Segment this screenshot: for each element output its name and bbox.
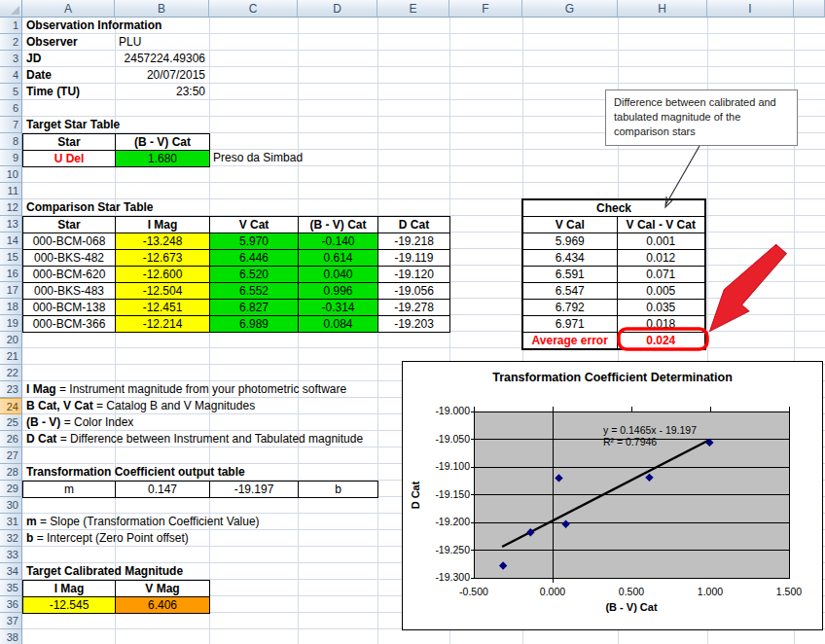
jd-label[interactable]: JD [26,51,41,67]
row-header-23[interactable]: 23 [0,381,22,398]
row-header-17[interactable]: 17 [0,282,22,299]
target-star-bv[interactable]: 1.680 [116,151,210,167]
date-label[interactable]: Date [26,67,52,84]
time-label[interactable]: Time (TU) [26,84,80,100]
date-value[interactable]: 20/07/2015 [115,67,205,84]
cell[interactable]: 0.084 [299,316,378,333]
cell[interactable]: 0.005 [617,283,705,300]
row-header-12[interactable]: 12 [0,199,22,216]
row-header-16[interactable]: 16 [0,266,22,282]
column-header-d[interactable]: D [298,0,377,18]
cell[interactable]: 0.001 [617,233,705,250]
cell[interactable]: 6.434 [522,250,617,267]
cell[interactable]: V Mag [116,581,210,597]
average-error-label[interactable]: Average error [522,333,617,350]
cell[interactable]: -0.140 [299,233,378,250]
row-header-13[interactable]: 13 [0,216,22,233]
cell[interactable]: 6.446 [210,250,299,267]
column-header-i[interactable]: I [707,0,794,18]
cell[interactable]: D Cat [378,217,450,233]
cell[interactable]: 0.040 [299,267,378,283]
m-value[interactable]: 0.147 [116,482,210,498]
check-title[interactable]: Check [522,199,705,217]
target-mag-section-title[interactable]: Target Calibrated Magnitude [26,563,183,580]
row-header-37[interactable]: 37 [0,613,22,629]
column-header-h[interactable]: H [618,0,707,18]
cell[interactable]: -12.214 [116,316,210,333]
column-header-b[interactable]: B [115,0,209,18]
row-header-26[interactable]: 26 [0,431,22,447]
cell[interactable]: 5.969 [522,233,617,250]
target-vmag-value[interactable]: 6.406 [116,597,210,614]
observer-label[interactable]: Observer [26,34,78,51]
cell[interactable]: 6.520 [210,267,299,283]
coeff-section-title[interactable]: Transformation Coefficient output table [26,464,245,481]
cell[interactable]: 000-BCM-138 [23,300,116,316]
cell[interactable]: -19.120 [378,267,450,283]
row-header-35[interactable]: 35 [0,580,22,596]
cell[interactable]: 6.552 [210,283,299,300]
cell[interactable]: 000-BKS-483 [23,283,116,300]
row-header-24[interactable]: 24 [0,398,22,414]
row-header-22[interactable]: 22 [0,365,22,381]
cell[interactable]: -19.056 [378,283,450,300]
row-header-36[interactable]: 36 [0,596,22,613]
cell[interactable]: -19.119 [378,250,450,267]
cell[interactable]: (B - V) Cat [299,217,378,233]
row-header-4[interactable]: 4 [0,67,22,84]
row-header-31[interactable]: 31 [0,514,22,530]
target-star-section-title[interactable]: Target Star Table [26,117,120,133]
row-header-3[interactable]: 3 [0,51,22,67]
row-header-33[interactable]: 33 [0,547,22,563]
row-header-5[interactable]: 5 [0,84,22,100]
cell[interactable]: V Cal - V Cat [617,217,705,233]
scatter-chart[interactable]: Transformation Coefficient Determination… [402,361,823,630]
column-header-e[interactable]: E [377,0,449,18]
cell[interactable]: 5.970 [210,233,299,250]
cell[interactable]: 0.996 [299,283,378,300]
cell[interactable]: -19.203 [378,316,450,333]
row-header-1[interactable]: 1 [0,18,22,34]
cell[interactable]: 000-BCM-366 [23,316,116,333]
cell[interactable]: 6.971 [522,316,617,333]
target-star-name[interactable]: U Del [23,151,116,167]
time-value[interactable]: 23:50 [115,84,205,100]
row-header-20[interactable]: 20 [0,332,22,348]
column-header-g[interactable]: G [522,0,618,18]
cell[interactable]: -12.600 [116,267,210,283]
row-header-2[interactable]: 2 [0,34,22,51]
cell[interactable]: V Cal [522,217,617,233]
row-header-18[interactable]: 18 [0,299,22,315]
cell[interactable]: 6.989 [210,316,299,333]
row-header-27[interactable]: 27 [0,447,22,464]
cell[interactable]: -19.278 [378,300,450,316]
row-header-29[interactable]: 29 [0,481,22,497]
row-header-15[interactable]: 15 [0,249,22,266]
cell[interactable]: I Mag [23,581,116,597]
cell[interactable]: 000-BCM-068 [23,233,116,250]
row-header-30[interactable]: 30 [0,497,22,514]
b-value[interactable]: -19.197 [210,482,299,498]
cell[interactable]: 6.792 [522,300,617,316]
cell[interactable]: -19.218 [378,233,450,250]
cell[interactable]: -13.248 [116,233,210,250]
cell[interactable]: 0.018 [617,316,705,333]
cell[interactable]: Star [23,134,116,151]
cell[interactable]: -12.451 [116,300,210,316]
comparison-section-title[interactable]: Comparison Star Table [26,199,153,216]
cell[interactable]: I Mag [116,217,210,233]
m-label[interactable]: m [23,482,116,498]
row-header-9[interactable]: 9 [0,150,22,166]
cell[interactable]: 6.827 [210,300,299,316]
cell[interactable]: V Cat [210,217,299,233]
select-all-corner[interactable] [0,0,22,18]
column-header-f[interactable]: F [449,0,522,18]
cell[interactable]: 0.614 [299,250,378,267]
row-header-21[interactable]: 21 [0,348,22,365]
cell[interactable]: 0.035 [617,300,705,316]
cell[interactable]: 0.071 [617,267,705,283]
row-header-32[interactable]: 32 [0,530,22,547]
row-header-6[interactable]: 6 [0,100,22,117]
cell[interactable]: -12.504 [116,283,210,300]
cell[interactable]: -0.314 [299,300,378,316]
